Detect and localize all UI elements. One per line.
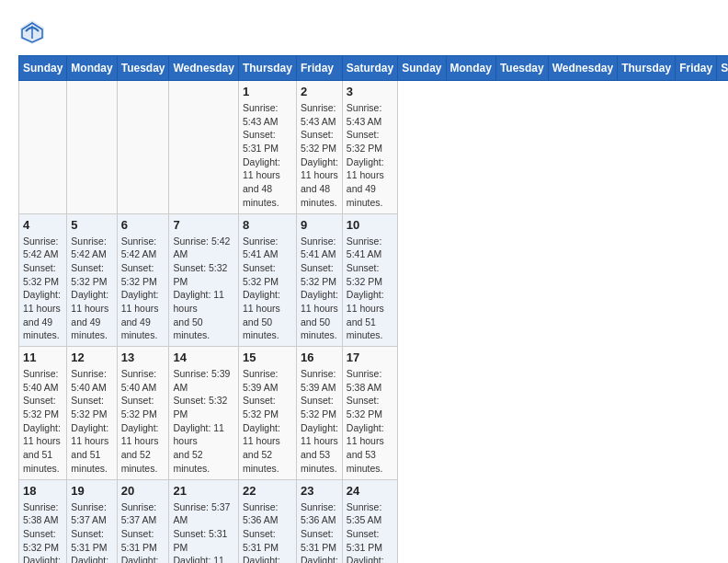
day-number: 11 xyxy=(23,350,63,364)
day-number: 2 xyxy=(301,85,338,98)
day-info: Sunrise: 5:39 AM Sunset: 5:32 PM Dayligh… xyxy=(301,367,338,476)
header-tuesday: Tuesday xyxy=(117,56,169,81)
day-number: 7 xyxy=(173,218,233,232)
day-info: Sunrise: 5:41 AM Sunset: 5:32 PM Dayligh… xyxy=(243,235,292,343)
day-number: 14 xyxy=(173,350,233,364)
day-info: Sunrise: 5:40 AM Sunset: 5:32 PM Dayligh… xyxy=(121,367,165,476)
day-info: Sunrise: 5:38 AM Sunset: 5:32 PM Dayligh… xyxy=(347,367,393,476)
logo-icon xyxy=(18,18,46,46)
header-monday: Monday xyxy=(67,56,117,81)
day-number: 20 xyxy=(121,484,165,498)
calendar-cell: 23Sunrise: 5:36 AM Sunset: 5:31 PM Dayli… xyxy=(296,479,342,563)
calendar-cell: 24Sunrise: 5:35 AM Sunset: 5:31 PM Dayli… xyxy=(342,479,397,563)
calendar-cell: 21Sunrise: 5:37 AM Sunset: 5:31 PM Dayli… xyxy=(169,479,238,563)
day-info: Sunrise: 5:41 AM Sunset: 5:32 PM Dayligh… xyxy=(347,235,393,343)
day-number: 15 xyxy=(243,350,292,364)
calendar-cell: 4Sunrise: 5:42 AM Sunset: 5:32 PM Daylig… xyxy=(19,213,67,347)
calendar-cell: 1Sunrise: 5:43 AM Sunset: 5:31 PM Daylig… xyxy=(238,81,296,214)
calendar-cell: 10Sunrise: 5:41 AM Sunset: 5:32 PM Dayli… xyxy=(342,213,397,347)
header-sunday: Sunday xyxy=(19,56,67,81)
weekday-header-monday: Monday xyxy=(446,56,495,81)
weekday-header-wednesday: Wednesday xyxy=(548,56,617,81)
calendar-week-1: 1Sunrise: 5:43 AM Sunset: 5:31 PM Daylig… xyxy=(19,81,729,214)
day-number: 21 xyxy=(173,484,233,498)
day-info: Sunrise: 5:35 AM Sunset: 5:31 PM Dayligh… xyxy=(347,500,393,564)
calendar-week-4: 18Sunrise: 5:38 AM Sunset: 5:32 PM Dayli… xyxy=(19,479,729,563)
day-number: 23 xyxy=(301,484,338,498)
day-info: Sunrise: 5:43 AM Sunset: 5:32 PM Dayligh… xyxy=(301,101,338,210)
day-number: 8 xyxy=(243,218,292,232)
day-number: 1 xyxy=(243,85,292,98)
calendar-week-3: 11Sunrise: 5:40 AM Sunset: 5:32 PM Dayli… xyxy=(19,347,729,480)
day-info: Sunrise: 5:37 AM Sunset: 5:31 PM Dayligh… xyxy=(121,500,165,564)
day-info: Sunrise: 5:37 AM Sunset: 5:31 PM Dayligh… xyxy=(173,500,233,564)
day-info: Sunrise: 5:37 AM Sunset: 5:31 PM Dayligh… xyxy=(71,500,112,564)
day-info: Sunrise: 5:38 AM Sunset: 5:32 PM Dayligh… xyxy=(23,500,63,564)
calendar-cell: 5Sunrise: 5:42 AM Sunset: 5:32 PM Daylig… xyxy=(67,213,117,347)
calendar-week-2: 4Sunrise: 5:42 AM Sunset: 5:32 PM Daylig… xyxy=(19,213,729,347)
calendar-cell: 19Sunrise: 5:37 AM Sunset: 5:31 PM Dayli… xyxy=(67,479,117,563)
day-number: 9 xyxy=(301,218,338,232)
calendar-cell: 3Sunrise: 5:43 AM Sunset: 5:32 PM Daylig… xyxy=(342,81,397,214)
day-info: Sunrise: 5:42 AM Sunset: 5:32 PM Dayligh… xyxy=(23,235,63,343)
calendar-cell: 2Sunrise: 5:43 AM Sunset: 5:32 PM Daylig… xyxy=(296,81,342,214)
day-info: Sunrise: 5:42 AM Sunset: 5:32 PM Dayligh… xyxy=(121,235,165,343)
calendar-table: SundayMondayTuesdayWednesdayThursdayFrid… xyxy=(18,55,728,563)
day-info: Sunrise: 5:43 AM Sunset: 5:32 PM Dayligh… xyxy=(347,101,393,210)
calendar-cell: 16Sunrise: 5:39 AM Sunset: 5:32 PM Dayli… xyxy=(296,347,342,480)
header-saturday: Saturday xyxy=(342,56,397,81)
header-thursday: Thursday xyxy=(238,56,296,81)
day-info: Sunrise: 5:41 AM Sunset: 5:32 PM Dayligh… xyxy=(301,235,338,343)
day-number: 18 xyxy=(23,484,63,498)
day-info: Sunrise: 5:36 AM Sunset: 5:31 PM Dayligh… xyxy=(301,500,338,564)
weekday-header-friday: Friday xyxy=(676,56,717,81)
calendar-cell: 22Sunrise: 5:36 AM Sunset: 5:31 PM Dayli… xyxy=(238,479,296,563)
day-info: Sunrise: 5:42 AM Sunset: 5:32 PM Dayligh… xyxy=(173,235,233,343)
calendar-cell xyxy=(19,81,67,214)
day-number: 6 xyxy=(121,218,165,232)
day-info: Sunrise: 5:42 AM Sunset: 5:32 PM Dayligh… xyxy=(71,235,112,343)
calendar-cell: 6Sunrise: 5:42 AM Sunset: 5:32 PM Daylig… xyxy=(117,213,169,347)
calendar-cell: 17Sunrise: 5:38 AM Sunset: 5:32 PM Dayli… xyxy=(342,347,397,480)
day-number: 22 xyxy=(243,484,292,498)
weekday-header-thursday: Thursday xyxy=(618,56,676,81)
day-number: 12 xyxy=(71,350,112,364)
calendar-cell: 15Sunrise: 5:39 AM Sunset: 5:32 PM Dayli… xyxy=(238,347,296,480)
day-number: 10 xyxy=(347,218,393,232)
header-friday: Friday xyxy=(296,56,342,81)
day-number: 5 xyxy=(71,218,112,232)
day-number: 4 xyxy=(23,218,63,232)
day-number: 16 xyxy=(301,350,338,364)
calendar-cell: 8Sunrise: 5:41 AM Sunset: 5:32 PM Daylig… xyxy=(238,213,296,347)
calendar-cell xyxy=(169,81,238,214)
calendar-cell: 11Sunrise: 5:40 AM Sunset: 5:32 PM Dayli… xyxy=(19,347,67,480)
day-info: Sunrise: 5:40 AM Sunset: 5:32 PM Dayligh… xyxy=(23,367,63,476)
weekday-header-sunday: Sunday xyxy=(398,56,446,81)
calendar-cell: 9Sunrise: 5:41 AM Sunset: 5:32 PM Daylig… xyxy=(296,213,342,347)
day-number: 24 xyxy=(347,484,393,498)
calendar-cell: 12Sunrise: 5:40 AM Sunset: 5:32 PM Dayli… xyxy=(67,347,117,480)
day-info: Sunrise: 5:39 AM Sunset: 5:32 PM Dayligh… xyxy=(243,367,292,476)
calendar-cell xyxy=(67,81,117,214)
calendar-cell: 13Sunrise: 5:40 AM Sunset: 5:32 PM Dayli… xyxy=(117,347,169,480)
day-info: Sunrise: 5:43 AM Sunset: 5:31 PM Dayligh… xyxy=(243,101,292,210)
calendar-cell xyxy=(117,81,169,214)
page-header xyxy=(18,18,710,46)
day-number: 17 xyxy=(347,350,393,364)
calendar-cell: 7Sunrise: 5:42 AM Sunset: 5:32 PM Daylig… xyxy=(169,213,238,347)
calendar-header-row: SundayMondayTuesdayWednesdayThursdayFrid… xyxy=(19,56,729,81)
day-info: Sunrise: 5:40 AM Sunset: 5:32 PM Dayligh… xyxy=(71,367,112,476)
day-number: 19 xyxy=(71,484,112,498)
logo xyxy=(18,18,50,46)
day-number: 3 xyxy=(347,85,393,98)
calendar-cell: 18Sunrise: 5:38 AM Sunset: 5:32 PM Dayli… xyxy=(19,479,67,563)
calendar-cell: 20Sunrise: 5:37 AM Sunset: 5:31 PM Dayli… xyxy=(117,479,169,563)
calendar-cell: 14Sunrise: 5:39 AM Sunset: 5:32 PM Dayli… xyxy=(169,347,238,480)
weekday-header-saturday: Saturday xyxy=(717,56,728,81)
day-info: Sunrise: 5:39 AM Sunset: 5:32 PM Dayligh… xyxy=(173,367,233,476)
day-info: Sunrise: 5:36 AM Sunset: 5:31 PM Dayligh… xyxy=(243,500,292,564)
day-number: 13 xyxy=(121,350,165,364)
header-wednesday: Wednesday xyxy=(169,56,238,81)
weekday-header-tuesday: Tuesday xyxy=(495,56,548,81)
